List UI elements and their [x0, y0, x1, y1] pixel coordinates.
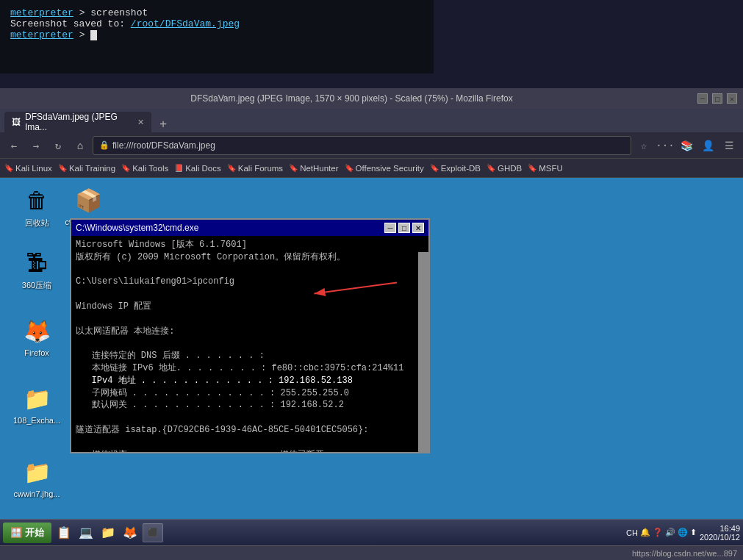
taskbar: 🪟 开始 📋 💻 📁 🦊 ⬛ CH 🔔 ❓ 🔊 🌐 ⬆ [0, 519, 743, 545]
cmd-line-7 [76, 313, 424, 326]
exchange-icon: 📁 [22, 384, 51, 413]
msfu-icon: 🔖 [528, 164, 536, 172]
cmd-line-11: 本地链接 IPv6 地址. . . . . . . . : fe80::cbc:… [76, 362, 424, 375]
desktop-icon-exchange[interactable]: 📁 108_Excha... [11, 384, 62, 425]
cmd-minimize-button[interactable]: ─ [384, 223, 396, 233]
terminal-gt: > [79, 29, 91, 40]
reload-button[interactable]: ↻ [49, 136, 68, 155]
status-url: https://blog.csdn.net/we...897 [632, 549, 737, 558]
cmd-line-5 [76, 288, 424, 301]
taskbar-icon-computer[interactable]: 💻 [76, 523, 96, 542]
terminal-path: /root/DFSdaVam.jpeg [131, 18, 240, 29]
kali-linux-icon: 🔖 [4, 164, 13, 172]
cwwin1-icon: 📦 [73, 185, 103, 215]
back-button[interactable]: ← [4, 136, 24, 155]
taskbar-icon-firefox[interactable]: 🦊 [121, 523, 140, 542]
bookmark-kali-forums[interactable]: 🔖 Kali Forums [227, 164, 283, 173]
kali-forums-label: Kali Forums [238, 164, 283, 173]
library-icon[interactable]: 📚 [677, 136, 696, 155]
terminal-cursor [90, 30, 97, 40]
bookmark-nethunter[interactable]: 🔖 NetHunter [289, 164, 338, 173]
tray-lang: CH [626, 528, 638, 537]
firefox-icon: 🦊 [22, 316, 51, 345]
taskbar-cmd-icon: ⬛ [148, 528, 158, 537]
terminal-command-1: > screenshot [79, 7, 148, 18]
cmd-close-button[interactable]: ✕ [412, 223, 424, 233]
cmd-scrollbar[interactable] [418, 252, 428, 452]
tab-label: DFSdaVam.jpeg (JPEG Ima... [25, 112, 133, 132]
bookmark-offensive-security[interactable]: 🔖 Offensive Security [345, 164, 424, 173]
kali-docs-icon: 📕 [174, 164, 183, 172]
forward-button[interactable]: → [26, 136, 46, 155]
kali-tools-icon: 🔖 [121, 164, 130, 172]
tray-icon-1: 🔔 [640, 528, 650, 537]
taskbar-item-cmd[interactable]: ⬛ [143, 523, 163, 542]
tab-favicon: 🖼 [12, 117, 21, 127]
bookmark-kali-docs[interactable]: 📕 Kali Docs [174, 164, 221, 173]
title-bar: DFSdaVam.jpeg (JPEG Image, 1570 × 900 pi… [0, 88, 743, 109]
new-tab-button[interactable]: + [154, 115, 172, 132]
maximize-button[interactable]: □ [712, 93, 722, 104]
msfu-label: MSFU [539, 164, 563, 173]
cmd-maximize-button[interactable]: □ [398, 223, 410, 233]
kali-docs-label: Kali Docs [185, 164, 221, 173]
cmd-line-3 [76, 264, 424, 276]
tray-icon-3: 🔊 [665, 528, 675, 537]
desktop-icon-360[interactable]: 🗜 360压缩 [11, 248, 62, 291]
nav-bar: ← → ↻ ⌂ 🔒 file:///root/DFSdaVam.jpeg ☆ ·… [0, 132, 743, 159]
kali-forums-icon: 🔖 [227, 164, 236, 172]
menu-button[interactable]: ☰ [719, 136, 739, 155]
kali-tools-label: Kali Tools [132, 164, 168, 173]
home-button[interactable]: ⌂ [71, 136, 90, 155]
tray-icons: CH 🔔 ❓ 🔊 🌐 ⬆ [626, 528, 697, 537]
bookmark-ghdb[interactable]: 🔖 GHDB [487, 164, 522, 173]
recycle-bin-icon: 🗑 [22, 185, 51, 215]
cmd-line-8: 以太网适配器 本地连接: [76, 326, 424, 338]
cmd-line-9 [76, 337, 424, 350]
tab-close-button[interactable]: ✕ [137, 118, 144, 127]
nethunter-icon: 🔖 [289, 164, 298, 172]
cmd-controls: ─ □ ✕ [384, 223, 424, 233]
ghdb-icon: 🔖 [487, 164, 495, 172]
cmd-line-10: 连接特定的 DNS 后缀 . . . . . . . : [76, 350, 424, 362]
cmd-window[interactable]: C:\Windows\system32\cmd.exe ─ □ ✕ Micros… [70, 218, 430, 453]
clock-date: 2020/10/12 [700, 533, 740, 542]
bookmark-msfu[interactable]: 🔖 MSFU [528, 164, 563, 173]
desktop-icon-firefox[interactable]: 🦊 Firefox [11, 316, 62, 357]
cmd-line-17 [76, 437, 424, 449]
minimize-button[interactable]: ─ [697, 93, 708, 104]
start-button[interactable]: 🪟 开始 [3, 523, 51, 543]
bookmark-kali-linux[interactable]: 🔖 Kali Linux [4, 164, 52, 173]
more-options-button[interactable]: ··· [656, 136, 675, 155]
taskbar-icon-clipboard[interactable]: 📋 [54, 523, 73, 542]
status-bar: https://blog.csdn.net/we...897 [0, 545, 743, 560]
cmd-line-6: Windows IP 配置 [76, 301, 424, 313]
bookmark-exploit-db[interactable]: 🔖 Exploit-DB [430, 164, 481, 173]
exchange-label: 108_Excha... [13, 416, 60, 425]
cmd-line-16: 隧道适配器 isatap.{D7C92CB6-1939-46AC-85CE-50… [76, 424, 424, 437]
bookmark-kali-tools[interactable]: 🔖 Kali Tools [121, 164, 168, 173]
taskbar-icon-folder[interactable]: 📁 [98, 523, 118, 542]
tab-bar: 🖼 DFSdaVam.jpeg (JPEG Ima... ✕ + [0, 109, 743, 132]
terminal-prompt-2: meterpreter [10, 29, 73, 40]
desktop-icon-recycle[interactable]: 🗑 回收站 [11, 185, 62, 229]
desktop-icon-cwwin2[interactable]: 📁 cwwin7.jhg... [11, 457, 62, 498]
cmd-titlebar: C:\Windows\system32\cmd.exe ─ □ ✕ [71, 220, 428, 236]
nav-actions: ☆ ··· 📚 👤 ☰ [634, 136, 739, 155]
offensive-security-icon: 🔖 [345, 164, 353, 172]
sync-icon[interactable]: 👤 [698, 136, 717, 155]
cmd-line-4: C:\Users\liukaifeng01>ipconfig [76, 276, 424, 288]
bookmark-kali-training[interactable]: 🔖 Kali Training [58, 164, 115, 173]
bookmarks-bar: 🔖 Kali Linux 🔖 Kali Training 🔖 Kali Tool… [0, 159, 743, 178]
taskbar-clock: 16:49 2020/10/12 [700, 524, 740, 542]
tray-icon-2: ❓ [653, 528, 663, 537]
address-bar[interactable]: 🔒 file:///root/DFSdaVam.jpeg [93, 136, 631, 155]
close-button[interactable]: ✕ [727, 93, 737, 104]
offensive-security-label: Offensive Security [356, 164, 424, 173]
cmd-line-2: 版权所有 (c) 2009 Microsoft Corporation。保留所有… [76, 251, 424, 264]
cwwin2-label: cwwin7.jhg... [14, 489, 60, 498]
taskbar-right: CH 🔔 ❓ 🔊 🌐 ⬆ 16:49 2020/10/12 [626, 524, 740, 542]
bookmarks-icon[interactable]: ☆ [634, 136, 653, 155]
active-tab[interactable]: 🖼 DFSdaVam.jpeg (JPEG Ima... ✕ [4, 112, 151, 132]
recycle-bin-label: 回收站 [25, 218, 49, 229]
